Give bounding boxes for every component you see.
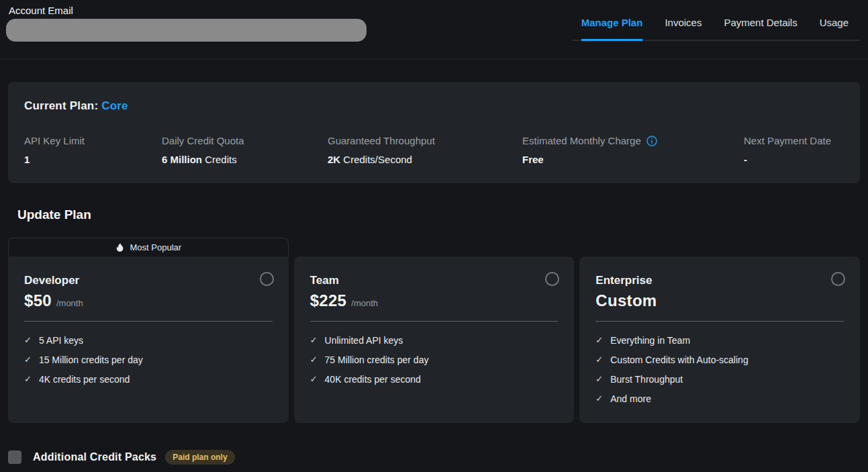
- stat-value: 1: [24, 154, 162, 165]
- plan-column-enterprise: Enterprise Custom ✓Everything in Team ✓C…: [579, 238, 860, 423]
- check-icon: ✓: [595, 335, 603, 345]
- divider: [24, 321, 273, 322]
- plan-name: Team: [310, 274, 559, 287]
- check-icon: ✓: [595, 374, 603, 384]
- feature-item: ✓Burst Throughput: [595, 369, 844, 389]
- stat-label: Next Payment Date: [744, 135, 831, 146]
- plan-name: Enterprise: [595, 274, 844, 287]
- tab-payment-details[interactable]: Payment Details: [724, 17, 797, 41]
- flame-icon: [115, 243, 125, 252]
- current-plan-stats: API Key Limit 1 Daily Credit Quota 6 Mil…: [24, 135, 844, 165]
- plan-column-developer: Most Popular Developer $50 /month ✓5 API…: [8, 238, 289, 423]
- stat-value: Free: [522, 154, 744, 165]
- feature-item: ✓75 Million credits per day: [310, 350, 559, 369]
- credit-packs-label: Additional Credit Packs: [33, 451, 156, 463]
- feature-list: ✓5 API keys ✓15 Million credits per day …: [24, 330, 273, 389]
- plan-price: $225 /month: [310, 291, 559, 310]
- account-email-label: Account Email: [9, 5, 367, 16]
- current-plan-name: Core: [101, 99, 128, 112]
- stat-value: -: [744, 154, 844, 165]
- feature-item: ✓Unlimited API keys: [310, 330, 559, 350]
- check-icon: ✓: [24, 374, 32, 384]
- feature-item: ✓4K credits per second: [24, 369, 273, 389]
- stat-label: Estimated Monthly Charge: [522, 135, 641, 146]
- check-icon: ✓: [595, 355, 603, 365]
- stat-estimated-monthly-charge: Estimated Monthly Charge Free: [522, 135, 744, 165]
- stat-label: Guaranteed Throughput: [328, 135, 435, 146]
- stat-daily-credit-quota: Daily Credit Quota 6 Million Credits: [162, 135, 328, 165]
- check-icon: ✓: [310, 335, 318, 345]
- plan-radio-developer[interactable]: [260, 272, 274, 286]
- most-popular-banner: Most Popular: [8, 238, 289, 256]
- stat-guaranteed-throughput: Guaranteed Throughput 2K Credits/Second: [328, 135, 522, 165]
- current-plan-title-prefix: Current Plan:: [24, 99, 98, 112]
- feature-item: ✓Everything in Team: [595, 330, 844, 350]
- stat-api-key-limit: API Key Limit 1: [24, 135, 162, 165]
- plan-radio-enterprise[interactable]: [831, 272, 845, 286]
- tab-invoices[interactable]: Invoices: [665, 17, 702, 41]
- feature-item: ✓Custom Credits with Auto-scaling: [595, 350, 844, 369]
- check-icon: ✓: [310, 355, 318, 365]
- update-plan-heading: Update Plan: [17, 207, 868, 222]
- stat-next-payment-date: Next Payment Date -: [744, 135, 844, 165]
- paid-plan-only-badge: Paid plan only: [165, 450, 234, 465]
- feature-list: ✓Everything in Team ✓Custom Credits with…: [595, 330, 844, 408]
- plan-name: Developer: [24, 274, 273, 287]
- most-popular-label: Most Popular: [130, 242, 182, 252]
- account-email-block: Account Email: [7, 5, 367, 42]
- plan-price: $50 /month: [24, 291, 273, 310]
- stat-value: 6 Million Credits: [162, 154, 328, 165]
- check-icon: ✓: [24, 335, 32, 345]
- info-icon[interactable]: [646, 136, 657, 146]
- plan-column-team: Team $225 /month ✓Unlimited API keys ✓75…: [294, 238, 575, 423]
- stat-label: API Key Limit: [24, 135, 85, 146]
- credit-packs-checkbox[interactable]: [8, 451, 21, 464]
- stat-value: 2K Credits/Second: [328, 154, 522, 165]
- plans-row: Most Popular Developer $50 /month ✓5 API…: [8, 238, 860, 423]
- tab-manage-plan[interactable]: Manage Plan: [581, 17, 643, 41]
- plan-card-team[interactable]: Team $225 /month ✓Unlimited API keys ✓75…: [294, 256, 575, 423]
- header: Account Email Manage Plan Invoices Payme…: [0, 0, 868, 59]
- feature-item: ✓And more: [595, 389, 844, 408]
- current-plan-card: Current Plan: Core API Key Limit 1 Daily…: [8, 82, 860, 183]
- feature-item: ✓15 Million credits per day: [24, 350, 273, 369]
- plan-card-enterprise[interactable]: Enterprise Custom ✓Everything in Team ✓C…: [579, 256, 860, 423]
- stat-label: Daily Credit Quota: [162, 135, 244, 146]
- current-plan-title: Current Plan: Core: [24, 99, 844, 113]
- divider: [310, 321, 559, 322]
- plan-card-developer[interactable]: Developer $50 /month ✓5 API keys ✓15 Mil…: [8, 256, 289, 423]
- account-email-field[interactable]: [6, 19, 367, 42]
- check-icon: ✓: [24, 355, 32, 365]
- credit-packs-row: Additional Credit Packs Paid plan only: [8, 450, 868, 465]
- tab-bar: Manage Plan Invoices Payment Details Usa…: [572, 0, 860, 41]
- plan-price: Custom: [595, 291, 844, 310]
- check-icon: ✓: [595, 393, 603, 404]
- feature-list: ✓Unlimited API keys ✓75 Million credits …: [310, 330, 559, 389]
- feature-item: ✓5 API keys: [24, 330, 273, 350]
- divider: [595, 321, 844, 322]
- check-icon: ✓: [310, 374, 318, 384]
- feature-item: ✓40K credits per second: [310, 369, 559, 389]
- tab-usage[interactable]: Usage: [820, 17, 849, 41]
